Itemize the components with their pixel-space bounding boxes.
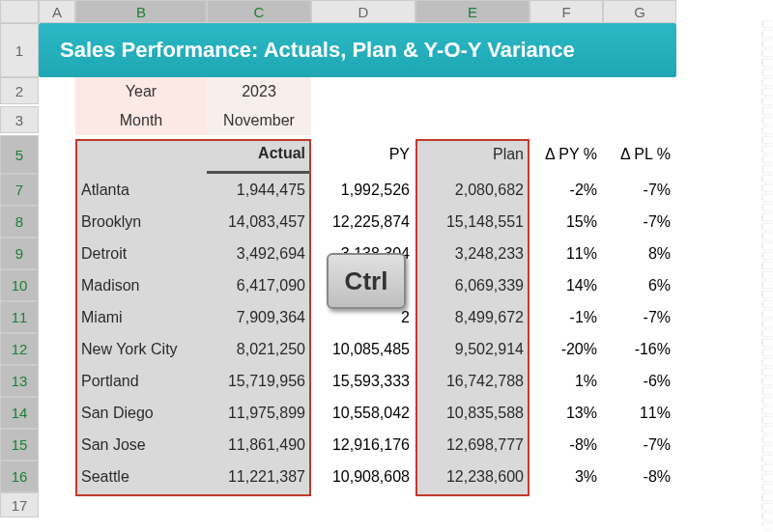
cell-A8[interactable] xyxy=(39,206,75,238)
cell-A12[interactable] xyxy=(39,333,75,365)
actual-cell[interactable]: 1,944,475 xyxy=(207,174,311,206)
header-actual[interactable]: Actual xyxy=(207,135,311,174)
plan-cell[interactable]: 12,238,600 xyxy=(415,461,530,492)
select-all-corner[interactable] xyxy=(0,0,39,23)
dpl-cell[interactable]: 8% xyxy=(603,238,676,269)
dpl-cell[interactable]: 6% xyxy=(603,269,676,301)
py-cell[interactable]: 10,558,042 xyxy=(311,397,415,429)
month-value[interactable]: November xyxy=(207,106,311,135)
row-header-5[interactable]: 5 xyxy=(0,135,39,174)
cell-E2[interactable] xyxy=(415,77,530,106)
cell-A13[interactable] xyxy=(39,365,75,397)
cell-G2[interactable] xyxy=(603,77,676,106)
cell-row17[interactable] xyxy=(603,492,676,518)
dpy-cell[interactable]: 1% xyxy=(530,365,603,397)
row-header-13[interactable]: 13 xyxy=(0,365,39,397)
col-header-B[interactable]: B xyxy=(75,0,207,23)
cell-row17[interactable] xyxy=(39,492,75,518)
row-header-2[interactable]: 2 xyxy=(0,77,39,104)
city-cell[interactable]: Detroit xyxy=(75,238,207,269)
actual-cell[interactable]: 15,719,956 xyxy=(207,365,311,397)
dpy-cell[interactable]: 3% xyxy=(530,461,603,492)
dpl-cell[interactable]: -8% xyxy=(603,461,676,492)
cell-A3[interactable] xyxy=(39,106,75,135)
col-header-A[interactable]: A xyxy=(39,0,75,23)
plan-cell[interactable]: 2,080,682 xyxy=(415,174,530,206)
py-cell[interactable]: 10,085,485 xyxy=(311,333,415,365)
plan-cell[interactable]: 12,698,777 xyxy=(415,429,530,461)
cell-A7[interactable] xyxy=(39,174,75,206)
cell-F2[interactable] xyxy=(530,77,603,106)
dpl-cell[interactable]: -16% xyxy=(603,333,676,365)
cell-A15[interactable] xyxy=(39,429,75,461)
cell-G3[interactable] xyxy=(603,106,676,135)
py-cell[interactable]: 15,593,333 xyxy=(311,365,415,397)
cell-A5[interactable] xyxy=(39,135,75,174)
row-header-11[interactable]: 11 xyxy=(0,301,39,333)
city-cell[interactable]: Portland xyxy=(75,365,207,397)
row-header-3[interactable]: 3 xyxy=(0,106,39,133)
cell-A9[interactable] xyxy=(39,238,75,269)
col-header-D[interactable]: D xyxy=(311,0,415,23)
dpy-cell[interactable]: -2% xyxy=(530,174,603,206)
city-cell[interactable]: Atlanta xyxy=(75,174,207,206)
cell-E3[interactable] xyxy=(415,106,530,135)
dpl-cell[interactable]: 11% xyxy=(603,397,676,429)
actual-cell[interactable]: 14,083,457 xyxy=(207,206,311,238)
city-cell[interactable]: San Jose xyxy=(75,429,207,461)
row-header-7[interactable]: 7 xyxy=(0,174,39,206)
cell-A10[interactable] xyxy=(39,269,75,301)
row-header-15[interactable]: 15 xyxy=(0,429,39,461)
dpy-cell[interactable]: 15% xyxy=(530,206,603,238)
dpl-cell[interactable]: -6% xyxy=(603,365,676,397)
cell-A14[interactable] xyxy=(39,397,75,429)
dpl-cell[interactable]: -7% xyxy=(603,301,676,333)
dpy-cell[interactable]: 11% xyxy=(530,238,603,269)
plan-cell[interactable]: 3,248,233 xyxy=(415,238,530,269)
plan-cell[interactable]: 9,502,914 xyxy=(415,333,530,365)
plan-cell[interactable]: 10,835,588 xyxy=(415,397,530,429)
city-cell[interactable]: Miami xyxy=(75,301,207,333)
city-cell[interactable]: New York City xyxy=(75,333,207,365)
dpl-cell[interactable]: -7% xyxy=(603,429,676,461)
col-header-F[interactable]: F xyxy=(530,0,603,23)
cell-D3[interactable] xyxy=(311,106,415,135)
cell-F3[interactable] xyxy=(530,106,603,135)
dpy-cell[interactable]: 13% xyxy=(530,397,603,429)
col-header-C[interactable]: C xyxy=(207,0,311,23)
header-plan[interactable]: Plan xyxy=(415,135,530,174)
header-py[interactable]: PY xyxy=(311,135,415,174)
dpl-cell[interactable]: -7% xyxy=(603,174,676,206)
plan-cell[interactable]: 15,148,551 xyxy=(415,206,530,238)
cell-A11[interactable] xyxy=(39,301,75,333)
year-value[interactable]: 2023 xyxy=(207,77,311,106)
row-header-9[interactable]: 9 xyxy=(0,238,39,269)
dpy-cell[interactable]: 14% xyxy=(530,269,603,301)
cell-row17[interactable] xyxy=(530,492,603,518)
cell-row17[interactable] xyxy=(75,492,207,518)
plan-cell[interactable]: 16,742,788 xyxy=(415,365,530,397)
actual-cell[interactable]: 7,909,364 xyxy=(207,301,311,333)
py-cell[interactable]: 10,908,608 xyxy=(311,461,415,492)
actual-cell[interactable]: 11,975,899 xyxy=(207,397,311,429)
header-dpl[interactable]: Δ PL % xyxy=(603,135,676,174)
dpl-cell[interactable]: -7% xyxy=(603,206,676,238)
plan-cell[interactable]: 6,069,339 xyxy=(415,269,530,301)
row-header-14[interactable]: 14 xyxy=(0,397,39,429)
cell-A16[interactable] xyxy=(39,461,75,492)
actual-cell[interactable]: 6,417,090 xyxy=(207,269,311,301)
py-cell[interactable]: 12,916,176 xyxy=(311,429,415,461)
row-header-10[interactable]: 10 xyxy=(0,269,39,301)
header-dpy[interactable]: Δ PY % xyxy=(530,135,603,174)
plan-cell[interactable]: 8,499,672 xyxy=(415,301,530,333)
cell-row17[interactable] xyxy=(415,492,530,518)
city-cell[interactable]: Brooklyn xyxy=(75,206,207,238)
actual-cell[interactable]: 3,492,694 xyxy=(207,238,311,269)
cell-A2[interactable] xyxy=(39,77,75,106)
actual-cell[interactable]: 11,861,490 xyxy=(207,429,311,461)
row-header-12[interactable]: 12 xyxy=(0,333,39,365)
city-cell[interactable]: Madison xyxy=(75,269,207,301)
dpy-cell[interactable]: -20% xyxy=(530,333,603,365)
city-cell[interactable]: San Diego xyxy=(75,397,207,429)
dpy-cell[interactable]: -8% xyxy=(530,429,603,461)
